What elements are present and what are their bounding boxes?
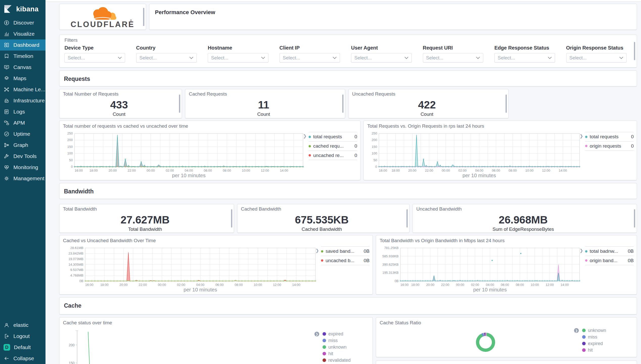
legend-collapse-icon[interactable]: ❯ bbox=[314, 332, 319, 336]
filter-select-client-ip[interactable]: Select... bbox=[280, 53, 340, 63]
legend-collapse-icon[interactable]: ❯ bbox=[580, 134, 583, 138]
legend-label: revalidated bbox=[328, 358, 351, 363]
legend-item-miss[interactable]: miss bbox=[582, 334, 625, 340]
legend-item-unknown[interactable]: ❯unknown bbox=[582, 327, 625, 334]
sidebar-item-machine-le[interactable]: Machine Le... bbox=[0, 84, 45, 95]
kibana-wordmark: kibana bbox=[16, 5, 39, 13]
legend-item-uncached-re[interactable]: uncached re...0 bbox=[309, 151, 357, 160]
legend-color-dot bbox=[585, 145, 587, 147]
sidebar-item-discover[interactable]: Discover bbox=[0, 17, 45, 28]
filter-select-device-type[interactable]: Select... bbox=[64, 53, 125, 63]
panel-drag-handle[interactable] bbox=[634, 209, 635, 228]
dev-tools-icon bbox=[4, 153, 10, 159]
filter-select-country[interactable]: Select... bbox=[136, 53, 197, 63]
filter-group-origin-response-status: Origin Response StatusSelect... bbox=[566, 45, 627, 63]
legend-item-hit[interactable]: hit bbox=[582, 347, 625, 353]
panel-drag-handle[interactable] bbox=[634, 42, 635, 60]
sidebar-item-uptime[interactable]: Uptime bbox=[0, 128, 45, 140]
section-header-bandwidth: Bandwidth bbox=[59, 183, 637, 199]
legend-value: 0 bbox=[631, 143, 634, 149]
chart-canvas: 0B195.313KB390.625KB585.938KB781.25KB16:… bbox=[380, 246, 582, 292]
sidebar-item-visualize[interactable]: Visualize bbox=[0, 28, 45, 39]
svg-text:per 10 minutes: per 10 minutes bbox=[172, 173, 205, 178]
svg-text:781.25KB: 781.25KB bbox=[384, 246, 399, 250]
legend-item-hit[interactable]: hit bbox=[323, 350, 365, 357]
sidebar-item-label: Infrastructure bbox=[13, 98, 45, 104]
chart-legend: ❯total requests0cached requ...0uncached … bbox=[309, 132, 357, 160]
legend-item-miss[interactable]: miss bbox=[323, 337, 365, 344]
legend-item-origin-requests[interactable]: origin requests0 bbox=[585, 141, 634, 151]
legend-item-expired[interactable]: expired bbox=[582, 340, 625, 347]
legend-item-origin-band[interactable]: origin band...0B bbox=[585, 256, 634, 265]
sidebar-item-monitoring[interactable]: Monitoring bbox=[0, 162, 45, 173]
legend-item-expired[interactable]: ❯expired bbox=[323, 331, 365, 337]
svg-text:12:00: 12:00 bbox=[261, 169, 269, 172]
legend-collapse-icon[interactable]: ❯ bbox=[303, 134, 307, 138]
filter-select-hostname[interactable]: Select... bbox=[208, 53, 268, 63]
panel-drag-handle[interactable] bbox=[231, 209, 232, 228]
sidebar-item-dashboard[interactable]: Dashboard bbox=[0, 39, 45, 51]
panel-drag-handle[interactable] bbox=[179, 95, 180, 113]
svg-text:08:00: 08:00 bbox=[223, 169, 231, 172]
metric-title: Uncached Requests bbox=[352, 91, 395, 97]
sidebar-item-label: Collapse bbox=[13, 355, 34, 361]
legend-item-cached-requ[interactable]: cached requ...0 bbox=[309, 141, 357, 151]
legend-item-total-badnw[interactable]: total badnw...0B bbox=[585, 246, 634, 256]
legend-collapse-icon[interactable]: ❯ bbox=[580, 248, 583, 253]
sidebar-item-infrastructure[interactable]: Infrastructure bbox=[0, 95, 45, 106]
svg-text:23.842MB: 23.842MB bbox=[68, 252, 83, 255]
sidebar-item-logout[interactable]: Logout bbox=[0, 331, 45, 342]
legend-item-total-requests[interactable]: total requests0 bbox=[585, 132, 634, 141]
sidebar-item-maps[interactable]: Maps bbox=[0, 73, 45, 84]
legend-color-dot bbox=[582, 329, 586, 332]
svg-text:195.313KB: 195.313KB bbox=[382, 271, 399, 275]
sidebar-item-canvas[interactable]: Canvas bbox=[0, 62, 45, 73]
legend-item-uncached-b[interactable]: uncached b...0B bbox=[321, 256, 370, 265]
filter-select-edge-response-status[interactable]: Select... bbox=[494, 53, 555, 63]
panel-drag-handle[interactable] bbox=[143, 8, 144, 26]
filter-select-request-uri[interactable]: Select... bbox=[423, 53, 484, 63]
sidebar-item-apm[interactable]: APM bbox=[0, 117, 45, 128]
metric-title: Cached Bandwidth bbox=[241, 206, 281, 212]
legend-collapse-icon[interactable]: ❯ bbox=[574, 328, 579, 333]
filter-select-origin-response-status[interactable]: Select... bbox=[566, 53, 627, 63]
maps-icon bbox=[4, 75, 10, 81]
legend-item-total-requests[interactable]: total requests0 bbox=[309, 132, 357, 141]
svg-text:10:00: 10:00 bbox=[254, 283, 262, 287]
select-placeholder: Select... bbox=[211, 55, 228, 61]
svg-text:08:00: 08:00 bbox=[509, 169, 517, 172]
filter-select-user-agent[interactable]: Select... bbox=[351, 53, 412, 63]
collapse-icon bbox=[4, 355, 10, 361]
logout-icon bbox=[4, 333, 10, 339]
sidebar-item-dev-tools[interactable]: Dev Tools bbox=[0, 151, 45, 162]
sidebar-item-management[interactable]: Management bbox=[0, 173, 45, 184]
svg-text:14:00: 14:00 bbox=[559, 169, 567, 172]
cloudflare-logo-panel: CLOUDFLARE ® bbox=[59, 4, 146, 30]
panel-drag-handle[interactable] bbox=[406, 209, 408, 228]
legend-collapse-icon[interactable]: ❯ bbox=[315, 248, 319, 253]
panel-drag-handle[interactable] bbox=[506, 95, 507, 113]
legend-item-revalidated[interactable]: revalidated bbox=[323, 357, 365, 363]
legend-item-unknown[interactable]: unknown bbox=[323, 344, 365, 350]
legend-item-saved-band[interactable]: saved band...0B bbox=[321, 246, 370, 256]
chevron-down-icon bbox=[548, 57, 552, 59]
chart-title: Cached vs Uncached Bandwidth Over Time bbox=[63, 238, 156, 243]
uptime-icon bbox=[4, 131, 10, 137]
sidebar-item-logs[interactable]: Logs bbox=[0, 106, 45, 117]
chart-title: Total Bandwidth vs Origin Bandwidth in M… bbox=[380, 238, 505, 243]
sidebar-item-timelion[interactable]: Timelion bbox=[0, 51, 45, 62]
legend-label: cached requ... bbox=[313, 143, 352, 149]
filter-label: Hostname bbox=[208, 45, 268, 51]
chart-legend: ❯unknownmissexpiredhit bbox=[582, 327, 625, 353]
svg-text:585.938KB: 585.938KB bbox=[382, 254, 399, 258]
sidebar-item-default[interactable]: DDefault bbox=[0, 342, 45, 353]
panel-drag-handle[interactable] bbox=[342, 95, 344, 113]
legend-color-dot bbox=[585, 136, 587, 138]
sidebar-item-elastic[interactable]: elastic bbox=[0, 320, 45, 331]
sidebar-item-graph[interactable]: Graph bbox=[0, 140, 45, 151]
sidebar-item-collapse[interactable]: Collapse bbox=[0, 353, 45, 364]
sidebar-item-label: Visualize bbox=[13, 31, 35, 37]
legend-color-dot bbox=[309, 136, 311, 138]
filter-group-hostname: HostnameSelect... bbox=[208, 45, 268, 63]
metric-sub-label: Count bbox=[349, 111, 505, 117]
